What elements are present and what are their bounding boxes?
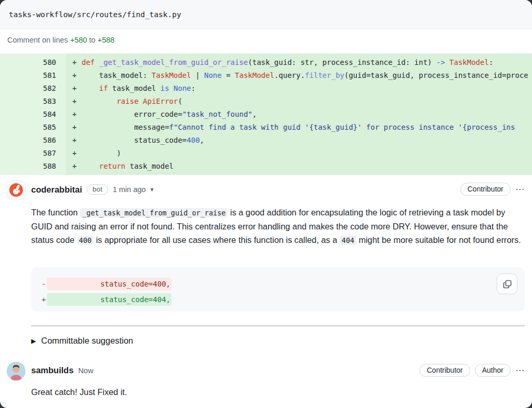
diff-line: 586 + status_code=400,: [0, 134, 532, 147]
diff-marker: +: [56, 69, 82, 82]
line-number: 582: [0, 82, 56, 95]
code-text: ): [82, 147, 532, 160]
code-text: return task_model: [82, 160, 532, 173]
text-run: _get_task_model_from_guid_or_raise: [80, 208, 228, 217]
code-run: None: [174, 84, 191, 92]
code-run: (task_guid: str, process_instance_id: in…: [248, 58, 436, 66]
bot-badge: bot: [87, 184, 108, 195]
code-text: def _get_task_model_from_guid_or_raise(t…: [82, 56, 532, 69]
diff-marker: +: [56, 108, 82, 121]
code-run: ): [82, 149, 121, 157]
diff-line: 580 + def _get_task_model_from_guid_or_r…: [0, 56, 532, 69]
comment-lines-ref: Comment on lines +580 to +588: [7, 36, 114, 44]
line-number: 581: [0, 69, 56, 82]
code-run: f"Cannot find a task with guid '{task_gu…: [169, 123, 515, 131]
code-run: filter_by: [305, 71, 344, 79]
author-badge[interactable]: Author: [475, 364, 511, 377]
reply-comment-header: sambuilds Now Contributor Author ⋯: [0, 362, 532, 383]
comment-timestamp[interactable]: 1 min ago: [113, 185, 146, 194]
diff-line: 584 + error_code="task_not_found",: [0, 108, 532, 121]
copy-button[interactable]: [497, 274, 517, 294]
diff-marker: +: [56, 134, 82, 147]
kebab-menu-icon[interactable]: ⋯: [515, 365, 525, 376]
code-run: TaskModel: [235, 71, 274, 79]
code-run: .query.: [274, 71, 305, 79]
line-number: 587: [0, 147, 56, 160]
text-run: The function: [31, 208, 80, 217]
line-number: 580: [0, 56, 56, 69]
line-number: 583: [0, 95, 56, 108]
code-text: status_code=400,: [82, 134, 532, 147]
code-run: _get_task_model_from_guid_or_raise: [99, 58, 248, 66]
code-run: :: [489, 58, 493, 66]
code-text: message=f"Cannot find a task with guid '…: [82, 121, 532, 134]
deletion-marker: -: [42, 278, 47, 290]
text-run: might be more suitable for not found err…: [356, 235, 521, 244]
line-number: 585: [0, 121, 56, 134]
code-run: is: [161, 84, 169, 92]
code-text: raise ApiError(: [82, 95, 532, 108]
code-run: task_model: [125, 162, 174, 170]
code-text: error_code="task_not_found",: [82, 108, 532, 121]
text-run: 400: [77, 236, 94, 245]
code-run: TaskModel: [449, 58, 489, 66]
reply-comment-body: Great catch! Just Fixed it.: [31, 387, 127, 397]
diff-marker: +: [56, 121, 82, 134]
code-run: raise: [116, 97, 138, 105]
comment-author[interactable]: sambuilds: [31, 365, 74, 375]
diff-line: 585 + message=f"Cannot find a task with …: [0, 121, 532, 134]
line-number: 586: [0, 134, 56, 147]
code-text: if task_model is None:: [82, 82, 532, 95]
addition-marker: +: [42, 294, 47, 305]
divider: [31, 325, 525, 327]
code-run: =: [222, 71, 235, 79]
code-run: status_code=: [82, 136, 187, 144]
diff-line: 582 + if task_model is None:: [0, 82, 532, 95]
file-path: tasks-workflow/src/routes/find_task.py: [9, 10, 181, 19]
triangle-right-icon: ▶: [31, 337, 36, 345]
line-number: 588: [0, 160, 56, 173]
diff-marker: +: [56, 56, 82, 69]
code-text: task_model: TaskModel | None = TaskModel…: [82, 69, 532, 82]
line-number: 584: [0, 108, 56, 121]
comment-author[interactable]: coderabbitai: [31, 185, 82, 195]
diff-marker: +: [56, 82, 82, 95]
code-run: (: [178, 97, 182, 105]
suggestion-removed-line: - status_code=400,: [42, 276, 525, 292]
diff-line: 583 + raise ApiError(: [0, 95, 532, 108]
code-run: (guid=task_guid, process_instance_id=pro…: [344, 71, 528, 79]
bot-comment-header: coderabbitai bot 1 min ago ▾ Contributor…: [0, 181, 532, 201]
code-run: TaskModel: [152, 71, 191, 79]
copy-icon: [503, 280, 512, 289]
code-run: 400: [187, 136, 200, 144]
code-run: ApiError: [143, 97, 178, 105]
code-run: error_code=: [82, 110, 182, 118]
kebab-menu-icon[interactable]: ⋯: [515, 184, 525, 195]
code-run: :: [191, 84, 195, 92]
suggestion-card: - status_code=400, + status_code=404,: [31, 267, 525, 311]
code-run: [82, 162, 99, 170]
chevron-down-icon[interactable]: ▾: [151, 186, 154, 193]
code-run: [139, 97, 143, 105]
diff-code-block: 580 + def _get_task_model_from_guid_or_r…: [0, 53, 532, 175]
user-photo: [7, 362, 25, 380]
diff-line: 581 + task_model: TaskModel | None = Tas…: [0, 69, 532, 82]
committable-suggestion-toggle[interactable]: ▶ Committable suggestion: [31, 336, 133, 346]
line-start: +580: [70, 36, 87, 44]
diff-marker: +: [56, 160, 82, 173]
code-run: ->: [436, 58, 445, 66]
contributor-badge[interactable]: Contributor: [419, 364, 470, 377]
contributor-badge[interactable]: Contributor: [460, 183, 511, 196]
added-code: status_code=404,: [47, 293, 171, 306]
code-run: def: [82, 58, 99, 66]
avatar[interactable]: [7, 181, 25, 199]
avatar[interactable]: [7, 362, 25, 380]
file-path-bar: tasks-workflow/src/routes/find_task.py: [0, 0, 532, 29]
code-run: |: [191, 71, 204, 79]
code-run: [169, 84, 174, 92]
suggestion-added-line: + status_code=404,: [42, 292, 525, 307]
code-run: task_model: [108, 84, 161, 92]
text-run: 404: [340, 236, 356, 245]
code-run: [82, 84, 99, 92]
code-run: None: [204, 71, 222, 79]
